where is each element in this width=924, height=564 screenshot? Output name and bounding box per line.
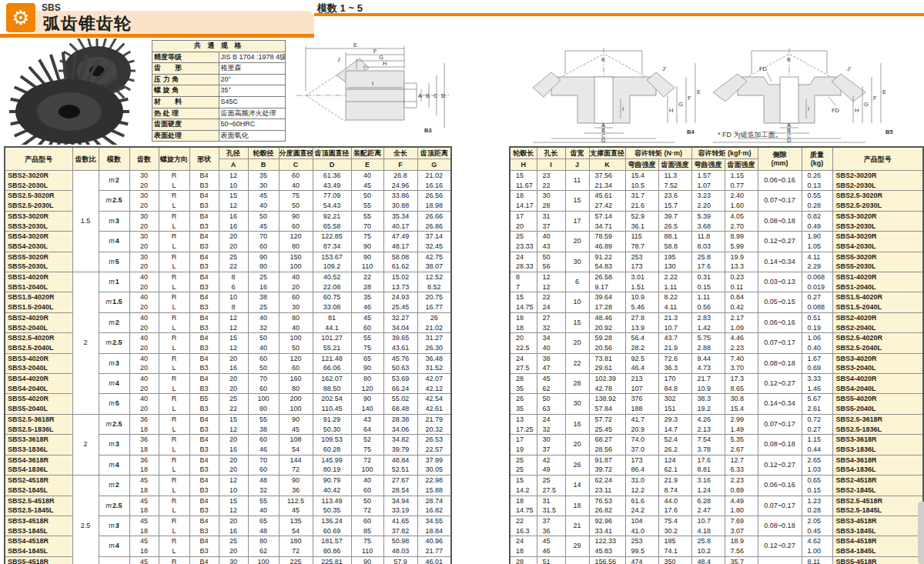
face-width-J-cell: 15 (565, 191, 589, 211)
product-model-cell: SBS2.5-3020RSBS2.5-2030L (5, 191, 72, 211)
page-edge-tab (918, 502, 924, 564)
backlash-cell: 0.12~0.27 (758, 232, 802, 252)
product-model-cell: SBS3-3618RSBS3-1836L (5, 435, 72, 455)
hub-dia-B-cell: 6050 (248, 353, 279, 373)
mass-cell: 0.650.15 (802, 476, 832, 496)
hub-dia-B-cell: 7060 (248, 232, 279, 252)
face-width-J-cell: 16 (565, 414, 589, 434)
hub-dia-B-cell: 10080 (248, 394, 279, 414)
direction-cell: RL (159, 353, 189, 373)
hub-len-H-cell: 2418 (510, 536, 537, 556)
mount-dist-E-cell: 5072 (351, 496, 383, 516)
table-row: 171930372068.2728.5674.037.052.426.27.54… (510, 435, 923, 455)
tip-dia-D-cell: 60.7533.08 (313, 292, 351, 312)
face-width-J-cell: 6 (565, 272, 589, 292)
bending-nm-cell: 92.546.4 (625, 353, 658, 373)
backlash-cell: 0.07~0.17 (758, 496, 802, 516)
bending-kgf-cell: 5.752.88 (691, 333, 725, 353)
hub-len-H-cell: 2835 (510, 374, 537, 394)
pitch-dia-C-cell: 18072 (279, 536, 313, 556)
hub-len-H-cell: 2523.33 (510, 232, 537, 252)
dim-label: K (787, 56, 791, 63)
shape-cell: B4B3 (189, 252, 219, 272)
mount-dist-E-cell: 4060 (351, 476, 383, 496)
hub-len-H-cell: 1720 (510, 211, 537, 231)
hub-len-H-cell: 2428.33 (510, 252, 537, 272)
teeth-cell: 3020 (129, 252, 159, 272)
tip-dia-D-cell: 181.5780.86 (313, 536, 351, 556)
table-row: SBS4-3618RSBS4-1836Lm43618RLB4B320207060… (5, 455, 451, 475)
spec-label: 齿 形 (152, 63, 219, 75)
bore-len-I-cell: 2322 (537, 171, 565, 191)
bore-len-I-cell: 3028 (537, 191, 565, 211)
mass-cell: 5.672.61 (802, 394, 832, 414)
hub-dia-B-cell: 5040 (248, 333, 279, 353)
table-row: SBS5-4020RSBS5-2040Lm54020RLB5B325221008… (5, 394, 451, 414)
top-rule (314, 13, 924, 16)
bore-A-cell: 2016 (219, 353, 248, 373)
specs-title-row: 共 通 规 格 (152, 41, 286, 52)
bending-kgf-cell: 17.68.81 (691, 455, 725, 475)
surface-nm-cell: 88.158.8 (658, 232, 691, 252)
crown-dist-G-cell: 37.9930.05 (417, 455, 451, 475)
page-title: 弧齿锥齿轮 (43, 12, 132, 35)
bore-len-I-cell: 3847 (537, 353, 565, 373)
module-cell: m3 (99, 516, 129, 536)
bore-len-I-cell: 4249 (537, 455, 565, 475)
crown-dist-G-cell: 22.9815.88 (417, 476, 451, 496)
surface-nm-cell: 29.314.7 (658, 414, 691, 434)
bending-nm-cell: 52.936.1 (625, 211, 658, 231)
module-cell: m5 (99, 556, 129, 564)
support-dia-K-cell: 26.589.17 (589, 272, 625, 292)
backlash-cell: 0.07~0.17 (758, 191, 802, 211)
backlash-unit: (mm) (758, 159, 802, 168)
support-dia-K-cell: 76.5326.82 (589, 496, 625, 516)
module-cell: m2 (99, 171, 129, 191)
product-model-cell: SBS2-3020RSBS2-2030L (832, 171, 923, 191)
product-model-cell: SBS5-4518RSBS5-1845L (832, 556, 923, 564)
module-cell: m2.5 (99, 496, 129, 516)
face-width-J-cell: 30 (565, 252, 589, 272)
gear-glyph: ⚙ (12, 3, 29, 32)
direction-cell: RL (159, 556, 189, 564)
table-row: SBS5-4518RSBS5-1845Lm54518RLB4B330221008… (5, 556, 451, 564)
product-model-cell: SBS1-4020RSBS1-2040L (832, 272, 923, 292)
table-row: 1514.7522241039.6417.2810.95.468.224.111… (510, 292, 923, 312)
spec-label: 精度等级 (152, 52, 219, 63)
backlash-cell: 0.08~0.18 (758, 435, 802, 455)
product-model-cell: SBS2-4518RSBS2-1845L (5, 476, 72, 496)
shape-cell: B4B3 (189, 232, 219, 252)
surface-nm-cell: 8.224.11 (658, 292, 691, 312)
bending-nm-cell: 31.721.6 (625, 191, 658, 211)
spec-label: 热 处 理 (152, 108, 219, 119)
total-len-F-cell: 45.7650.63 (383, 353, 417, 373)
direction-cell: RL (159, 414, 189, 434)
bending-kgf-cell: 3.232.20 (691, 191, 725, 211)
ratio-cell: 2 (72, 272, 99, 415)
bending-kgf-cell: 10.74.18 (691, 516, 725, 536)
face-width-J-cell: 15 (565, 312, 589, 332)
bevel-gear-icon: ⚙ (6, 3, 35, 32)
support-dia-K-cell: 57.1434.71 (589, 211, 625, 231)
pitch-dia-C-cell: 12060 (279, 353, 313, 373)
teeth-cell: 4518 (129, 556, 159, 564)
mass-cell: 1.060.40 (802, 333, 832, 353)
dim-label: A (418, 92, 422, 99)
bending-nm-cell: 253173 (625, 252, 658, 272)
shape-cell: B4B3 (189, 272, 219, 292)
support-dia-K-cell: 45.6127.42 (589, 191, 625, 211)
direction-cell: RL (159, 292, 189, 312)
hub-len-H-cell: 2525 (510, 455, 537, 475)
mount-dist-E-cell: 80120 (351, 374, 383, 394)
spec-value: S45C (219, 96, 286, 108)
table-row: 2635506330138.9257.8437618830215138.319.… (510, 394, 923, 414)
total-len-F-cell: 47.4948.17 (383, 232, 417, 252)
shape-cell: B5B3 (189, 394, 219, 414)
backlash-cell: 0.06~0.16 (758, 476, 802, 496)
module-cell: m2 (99, 312, 129, 332)
table-row: SBS2.5-3020RSBS2.5-2030Lm2.53020RLB4B315… (5, 191, 451, 211)
product-model-cell: SBS1.5-4020RSBS1.5-2040L (5, 292, 72, 312)
support-dia-K-cell: 122.3345.83 (589, 536, 625, 556)
bore-len-I-cell: 2224 (537, 292, 565, 312)
surface-kgf-cell: 12.76.33 (725, 455, 758, 475)
